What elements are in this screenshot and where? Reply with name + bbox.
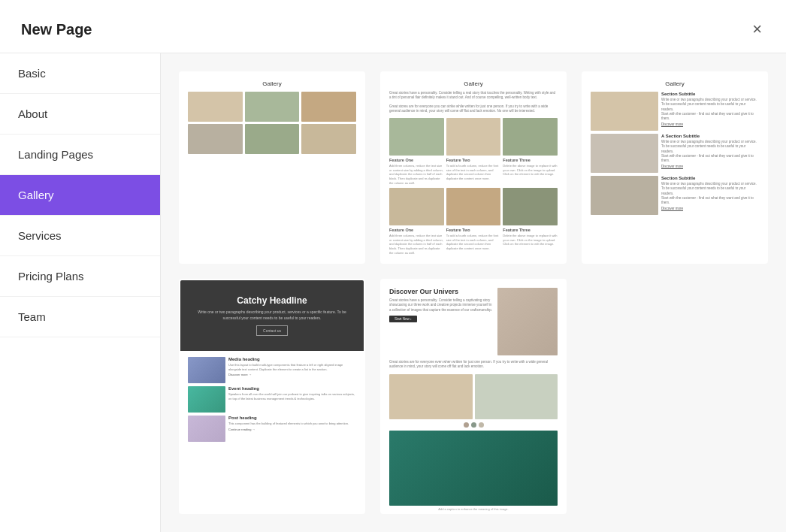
gallery-img-5 (245, 124, 300, 154)
gallery2-body2: Great stores are for everyone you can st… (389, 104, 558, 114)
section-img-3 (591, 176, 658, 215)
gallery-img-3 (301, 92, 356, 122)
gallery-img-4 (188, 124, 243, 154)
sidebar-item-team[interactable]: Team (0, 297, 160, 337)
gallery-img-1 (188, 92, 243, 122)
sidebar: Basic About Landing Pages Gallery Servic… (0, 53, 161, 532)
close-button[interactable]: × (749, 18, 765, 41)
discover-cta-button[interactable]: Start Now › (389, 316, 417, 322)
color-dot-2 (471, 422, 476, 428)
sidebar-item-about[interactable]: About (0, 94, 160, 135)
sidebar-item-gallery[interactable]: Gallery (0, 175, 160, 216)
blog-img-media (188, 357, 225, 383)
template-gallery-1[interactable]: Gallery (179, 71, 365, 264)
color-dot-1 (464, 422, 469, 428)
template-discover[interactable]: Discover Our Univers Great stories have … (380, 279, 567, 514)
template-gallery-3[interactable]: Gallery Section Subtitle Write one or tw… (582, 71, 768, 264)
template-hero-dark[interactable]: Catchy Headline Write one or two paragra… (179, 279, 365, 514)
new-page-modal: New Page × Basic About Landing Pages Gal… (0, 0, 786, 532)
sidebar-item-basic[interactable]: Basic (0, 53, 160, 94)
hero-cta-button[interactable]: Contact us (256, 325, 288, 336)
section-img-1 (591, 92, 658, 131)
template-gallery-2[interactable]: Gallery Great stories have a personality… (380, 71, 567, 264)
discover-img-1 (389, 374, 473, 419)
section-img-2 (591, 134, 658, 173)
discover-hero-img (497, 288, 558, 355)
gallery2-body: Great stories have a personality. Consid… (389, 91, 558, 101)
blog-img-post (188, 416, 225, 442)
gallery-img-6 (301, 124, 356, 154)
discover-img-2 (475, 374, 558, 419)
sidebar-item-services[interactable]: Services (0, 216, 160, 256)
modal-header: New Page × (0, 0, 786, 53)
gallery-img-2 (245, 92, 300, 122)
color-dot-3 (479, 422, 484, 428)
modal-title: New Page (21, 21, 92, 38)
discover-main-img (389, 431, 558, 506)
modal-body: Basic About Landing Pages Gallery Servic… (0, 53, 786, 532)
sidebar-item-landing-pages[interactable]: Landing Pages (0, 135, 160, 175)
blog-img-event (188, 386, 225, 413)
sidebar-item-pricing-plans[interactable]: Pricing Plans (0, 256, 160, 297)
templates-grid: Gallery Gallery Great stories have a per (161, 53, 786, 532)
